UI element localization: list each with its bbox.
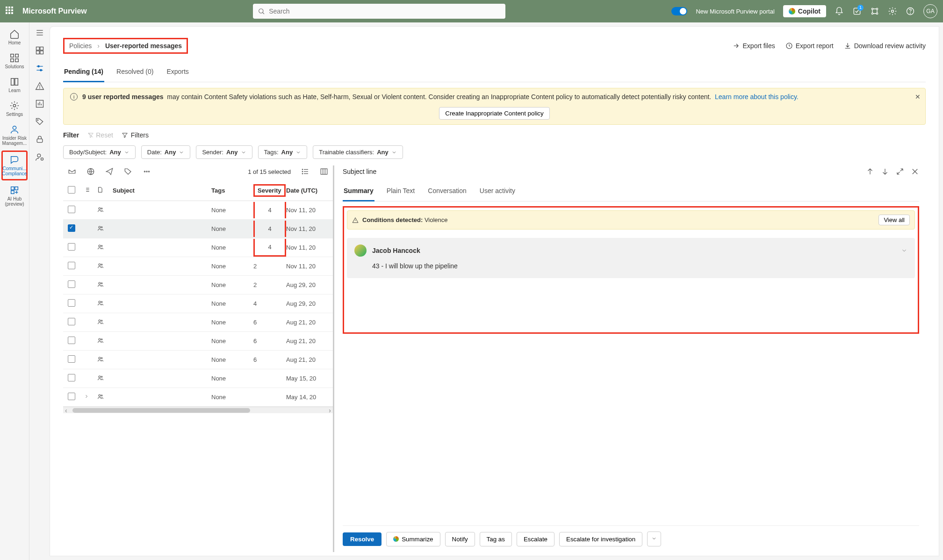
help-icon[interactable]: [906, 7, 915, 16]
export-report-button[interactable]: Export report: [785, 42, 834, 50]
escalate-button[interactable]: Escalate: [517, 532, 554, 546]
rail-communication-compliance[interactable]: Communi... Compliance: [1, 151, 28, 180]
filter-pill[interactable]: Sender: Any: [196, 145, 252, 159]
view-all-button[interactable]: View all: [878, 215, 910, 225]
table-row[interactable]: None 4 Nov 11, 20: [63, 238, 333, 257]
globe-icon[interactable]: [86, 167, 95, 176]
row-checkbox[interactable]: [68, 206, 75, 213]
lock-icon[interactable]: [35, 135, 44, 144]
row-checkbox[interactable]: [68, 299, 75, 307]
select-all-checkbox[interactable]: [68, 186, 75, 194]
tag-as-button[interactable]: Tag as: [480, 532, 512, 546]
export-files-button[interactable]: Export files: [733, 42, 775, 50]
app-launcher-icon[interactable]: [6, 7, 15, 16]
expand-icon[interactable]: [896, 167, 904, 176]
column-icon[interactable]: [320, 167, 328, 176]
row-checkbox[interactable]: [68, 280, 75, 288]
tab-pending[interactable]: Pending (14): [63, 63, 104, 82]
table-row[interactable]: None May 15, 20: [63, 369, 333, 388]
search-box[interactable]: [253, 4, 505, 19]
table-row[interactable]: None May 14, 20: [63, 388, 333, 407]
chevron-right-icon[interactable]: [84, 394, 89, 399]
table-row[interactable]: None 2 Nov 11, 20: [63, 257, 333, 276]
filter-pill[interactable]: Body/Subject: Any: [63, 145, 136, 159]
col-subject[interactable]: Subject: [113, 187, 211, 194]
close-icon[interactable]: ✕: [915, 93, 921, 101]
conditions-bar: Conditions detected: Violence View all: [347, 210, 915, 230]
close-detail-icon[interactable]: [911, 167, 919, 176]
horizontal-scrollbar[interactable]: ‹›: [63, 407, 333, 413]
tag-action-icon[interactable]: [124, 167, 132, 176]
account-avatar[interactable]: GA: [923, 4, 937, 18]
row-checkbox[interactable]: [68, 224, 75, 232]
table-row[interactable]: None 6 Aug 21, 20: [63, 313, 333, 332]
notify-button[interactable]: Notify: [445, 532, 475, 546]
filters-button[interactable]: Filters: [122, 131, 149, 139]
dtab-summary[interactable]: Summary: [343, 182, 374, 201]
list-ordered-icon[interactable]: [84, 187, 90, 193]
row-checkbox[interactable]: [68, 355, 75, 363]
portal-toggle[interactable]: [671, 7, 687, 15]
escalate-investigation-button[interactable]: Escalate for investigation: [559, 532, 642, 546]
summarize-button[interactable]: Summarize: [386, 532, 440, 546]
search-input[interactable]: [269, 7, 501, 15]
mark-read-icon[interactable]: [68, 167, 76, 176]
col-severity[interactable]: Severity: [253, 184, 286, 197]
list-view-icon[interactable]: [301, 167, 310, 176]
tab-resolved[interactable]: Resolved (0): [115, 63, 154, 82]
rail-ai-hub[interactable]: AI Hub (preview): [1, 182, 28, 209]
table-row[interactable]: None 4 Nov 11, 20: [63, 201, 333, 220]
col-date[interactable]: Date (UTC): [286, 187, 328, 194]
filter-pill[interactable]: Trainable classifiers: Any: [313, 145, 403, 159]
connections-icon[interactable]: [870, 7, 879, 16]
user-admin-icon[interactable]: [35, 152, 44, 162]
more-actions-button[interactable]: [647, 531, 661, 546]
grid-icon[interactable]: [35, 46, 44, 55]
chevron-down-icon[interactable]: [901, 247, 907, 254]
hamburger-icon[interactable]: [35, 28, 44, 37]
tag-icon[interactable]: [35, 117, 44, 126]
row-checkbox[interactable]: [68, 262, 75, 269]
download-activity-button[interactable]: Download review activity: [844, 42, 926, 50]
svg-point-27: [37, 65, 39, 67]
row-checkbox[interactable]: [68, 337, 75, 344]
dtab-conversation[interactable]: Conversation: [427, 182, 468, 201]
arrow-down-icon[interactable]: [881, 167, 889, 176]
row-checkbox[interactable]: [68, 374, 75, 381]
bell-icon[interactable]: [835, 7, 844, 16]
copilot-button[interactable]: Copilot: [783, 5, 826, 17]
filter-pill[interactable]: Tags: Any: [258, 145, 308, 159]
sliders-icon[interactable]: [35, 64, 44, 73]
rail-insider-risk[interactable]: Insider Risk Managem...: [1, 122, 28, 149]
more-icon[interactable]: [143, 167, 151, 176]
alert-icon[interactable]: [35, 81, 44, 91]
table-row[interactable]: None 6 Aug 21, 20: [63, 351, 333, 369]
dtab-plaintext[interactable]: Plain Text: [386, 182, 416, 201]
row-checkbox[interactable]: [68, 243, 75, 251]
reset-button[interactable]: Reset: [87, 131, 113, 139]
dtab-useractivity[interactable]: User activity: [479, 182, 516, 201]
table-row[interactable]: None 4 Aug 29, 20: [63, 294, 333, 313]
table-row[interactable]: None 2 Aug 29, 20: [63, 276, 333, 294]
row-checkbox[interactable]: [68, 393, 75, 400]
create-policy-button[interactable]: Create Inappropriate Content policy: [439, 107, 549, 120]
gear-icon[interactable]: [888, 7, 897, 16]
rail-settings[interactable]: Settings: [1, 98, 28, 120]
breadcrumb-root[interactable]: Policies: [69, 42, 92, 50]
filter-pill[interactable]: Date: Any: [141, 145, 191, 159]
resolve-button[interactable]: Resolve: [343, 532, 382, 546]
arrow-up-icon[interactable]: [866, 167, 874, 176]
rail-home[interactable]: Home: [1, 26, 28, 48]
send-icon[interactable]: [105, 167, 114, 176]
chart-icon[interactable]: [35, 99, 44, 108]
table-row[interactable]: None 4 Nov 11, 20: [63, 220, 333, 238]
rail-solutions[interactable]: Solutions: [1, 50, 28, 72]
learn-more-link[interactable]: Learn more about this policy.: [715, 93, 799, 101]
rail-learn[interactable]: Learn: [1, 74, 28, 96]
table-row[interactable]: None 6 Aug 21, 20: [63, 332, 333, 351]
row-checkbox[interactable]: [68, 318, 75, 325]
col-tags[interactable]: Tags: [211, 187, 253, 194]
sender-avatar: [354, 244, 367, 257]
tasks-icon[interactable]: 1: [852, 7, 862, 16]
tab-exports[interactable]: Exports: [166, 63, 189, 82]
